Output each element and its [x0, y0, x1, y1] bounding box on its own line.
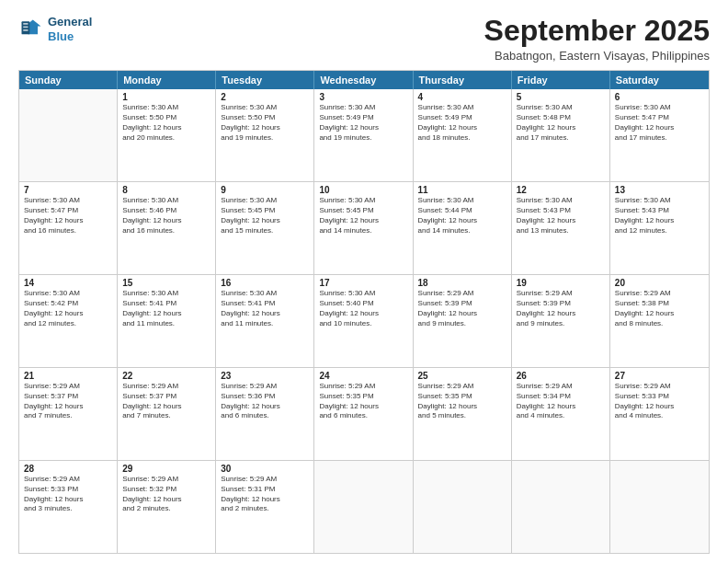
- calendar-cell: 21Sunrise: 5:29 AM Sunset: 5:37 PM Dayli…: [19, 368, 118, 460]
- cell-info: Sunrise: 5:30 AM Sunset: 5:49 PM Dayligh…: [418, 103, 506, 143]
- cell-info: Sunrise: 5:29 AM Sunset: 5:39 PM Dayligh…: [517, 289, 605, 328]
- day-number: 29: [122, 464, 210, 474]
- calendar-cell: 16Sunrise: 5:30 AM Sunset: 5:41 PM Dayli…: [216, 275, 314, 367]
- calendar-cell: 10Sunrise: 5:30 AM Sunset: 5:45 PM Dayli…: [314, 182, 413, 274]
- calendar-cell: [19, 89, 118, 181]
- day-number: 8: [122, 185, 210, 195]
- calendar-cell: 24Sunrise: 5:29 AM Sunset: 5:35 PM Dayli…: [314, 368, 413, 460]
- calendar-row-3: 21Sunrise: 5:29 AM Sunset: 5:37 PM Dayli…: [19, 367, 709, 460]
- calendar-row-2: 14Sunrise: 5:30 AM Sunset: 5:42 PM Dayli…: [19, 274, 709, 367]
- cell-info: Sunrise: 5:29 AM Sunset: 5:31 PM Dayligh…: [221, 475, 309, 514]
- cell-info: Sunrise: 5:29 AM Sunset: 5:36 PM Dayligh…: [221, 382, 309, 421]
- calendar-cell: 7Sunrise: 5:30 AM Sunset: 5:47 PM Daylig…: [19, 182, 118, 274]
- cell-info: Sunrise: 5:29 AM Sunset: 5:33 PM Dayligh…: [24, 475, 112, 514]
- cell-info: Sunrise: 5:29 AM Sunset: 5:37 PM Dayligh…: [24, 382, 112, 421]
- day-number: 1: [122, 92, 210, 102]
- cell-info: Sunrise: 5:30 AM Sunset: 5:41 PM Dayligh…: [221, 289, 309, 328]
- calendar-row-4: 28Sunrise: 5:29 AM Sunset: 5:33 PM Dayli…: [19, 460, 709, 553]
- day-number: 9: [221, 185, 309, 195]
- calendar-cell: 8Sunrise: 5:30 AM Sunset: 5:46 PM Daylig…: [118, 182, 216, 274]
- logo: General Blue: [18, 15, 92, 43]
- header-day-sunday: Sunday: [19, 71, 118, 89]
- cell-info: Sunrise: 5:29 AM Sunset: 5:33 PM Dayligh…: [615, 382, 704, 421]
- calendar-cell: 23Sunrise: 5:29 AM Sunset: 5:36 PM Dayli…: [216, 368, 314, 460]
- cell-info: Sunrise: 5:30 AM Sunset: 5:49 PM Dayligh…: [319, 103, 407, 143]
- calendar-cell: 17Sunrise: 5:30 AM Sunset: 5:40 PM Dayli…: [314, 275, 413, 367]
- calendar: SundayMondayTuesdayWednesdayThursdayFrid…: [18, 70, 710, 554]
- calendar-cell: 3Sunrise: 5:30 AM Sunset: 5:49 PM Daylig…: [314, 89, 413, 181]
- header-day-monday: Monday: [118, 71, 216, 89]
- day-number: 4: [418, 92, 506, 102]
- cell-info: Sunrise: 5:30 AM Sunset: 5:45 PM Dayligh…: [221, 196, 309, 236]
- cell-info: Sunrise: 5:30 AM Sunset: 5:43 PM Dayligh…: [615, 196, 704, 236]
- header: General Blue September 2025 Babatngon, E…: [18, 15, 710, 63]
- day-number: 23: [221, 371, 309, 381]
- page: General Blue September 2025 Babatngon, E…: [0, 0, 728, 563]
- calendar-cell: 14Sunrise: 5:30 AM Sunset: 5:42 PM Dayli…: [19, 275, 118, 367]
- calendar-cell: 29Sunrise: 5:29 AM Sunset: 5:32 PM Dayli…: [118, 461, 216, 553]
- day-number: 5: [517, 92, 605, 102]
- cell-info: Sunrise: 5:29 AM Sunset: 5:39 PM Dayligh…: [418, 289, 506, 328]
- calendar-cell: 9Sunrise: 5:30 AM Sunset: 5:45 PM Daylig…: [216, 182, 314, 274]
- day-number: 27: [615, 371, 704, 381]
- calendar-cell: 20Sunrise: 5:29 AM Sunset: 5:38 PM Dayli…: [610, 275, 709, 367]
- day-number: 14: [24, 278, 112, 288]
- svg-rect-4: [23, 26, 28, 28]
- calendar-cell: 6Sunrise: 5:30 AM Sunset: 5:47 PM Daylig…: [610, 89, 709, 181]
- logo-icon: [18, 17, 44, 42]
- logo-text: General Blue: [48, 15, 92, 43]
- calendar-cell: 18Sunrise: 5:29 AM Sunset: 5:39 PM Dayli…: [414, 275, 512, 367]
- calendar-cell: [610, 461, 709, 553]
- calendar-cell: [414, 461, 512, 553]
- day-number: 6: [615, 92, 704, 102]
- day-number: 10: [319, 185, 407, 195]
- cell-info: Sunrise: 5:30 AM Sunset: 5:47 PM Dayligh…: [24, 196, 112, 236]
- calendar-cell: [314, 461, 413, 553]
- month-title: September 2025: [484, 15, 710, 47]
- cell-info: Sunrise: 5:30 AM Sunset: 5:44 PM Dayligh…: [418, 196, 506, 236]
- calendar-row-0: 1Sunrise: 5:30 AM Sunset: 5:50 PM Daylig…: [19, 89, 709, 181]
- cell-info: Sunrise: 5:30 AM Sunset: 5:50 PM Dayligh…: [122, 103, 210, 143]
- day-number: 17: [319, 278, 407, 288]
- calendar-cell: 27Sunrise: 5:29 AM Sunset: 5:33 PM Dayli…: [610, 368, 709, 460]
- day-number: 15: [122, 278, 210, 288]
- cell-info: Sunrise: 5:30 AM Sunset: 5:43 PM Dayligh…: [517, 196, 605, 236]
- cell-info: Sunrise: 5:29 AM Sunset: 5:35 PM Dayligh…: [319, 382, 407, 421]
- subtitle: Babatngon, Eastern Visayas, Philippines: [484, 49, 710, 63]
- title-block: September 2025 Babatngon, Eastern Visaya…: [484, 15, 710, 63]
- calendar-cell: 2Sunrise: 5:30 AM Sunset: 5:50 PM Daylig…: [216, 89, 314, 181]
- header-day-tuesday: Tuesday: [216, 71, 314, 89]
- calendar-cell: 22Sunrise: 5:29 AM Sunset: 5:37 PM Dayli…: [118, 368, 216, 460]
- header-day-saturday: Saturday: [610, 71, 709, 89]
- cell-info: Sunrise: 5:29 AM Sunset: 5:34 PM Dayligh…: [517, 382, 605, 421]
- calendar-cell: [512, 461, 610, 553]
- day-number: 24: [319, 371, 407, 381]
- calendar-cell: 28Sunrise: 5:29 AM Sunset: 5:33 PM Dayli…: [19, 461, 118, 553]
- day-number: 19: [517, 278, 605, 288]
- cell-info: Sunrise: 5:30 AM Sunset: 5:50 PM Dayligh…: [221, 103, 309, 143]
- calendar-cell: 19Sunrise: 5:29 AM Sunset: 5:39 PM Dayli…: [512, 275, 610, 367]
- cell-info: Sunrise: 5:29 AM Sunset: 5:38 PM Dayligh…: [615, 289, 704, 328]
- calendar-cell: 26Sunrise: 5:29 AM Sunset: 5:34 PM Dayli…: [512, 368, 610, 460]
- day-number: 26: [517, 371, 605, 381]
- day-number: 22: [122, 371, 210, 381]
- day-number: 12: [517, 185, 605, 195]
- header-day-friday: Friday: [512, 71, 610, 89]
- day-number: 7: [24, 185, 112, 195]
- day-number: 30: [221, 464, 309, 474]
- day-number: 16: [221, 278, 309, 288]
- cell-info: Sunrise: 5:29 AM Sunset: 5:37 PM Dayligh…: [122, 382, 210, 421]
- calendar-cell: 25Sunrise: 5:29 AM Sunset: 5:35 PM Dayli…: [414, 368, 512, 460]
- day-number: 18: [418, 278, 506, 288]
- svg-rect-5: [23, 29, 28, 31]
- cell-info: Sunrise: 5:30 AM Sunset: 5:46 PM Dayligh…: [122, 196, 210, 236]
- calendar-cell: 4Sunrise: 5:30 AM Sunset: 5:49 PM Daylig…: [414, 89, 512, 181]
- cell-info: Sunrise: 5:29 AM Sunset: 5:35 PM Dayligh…: [418, 382, 506, 421]
- calendar-cell: 1Sunrise: 5:30 AM Sunset: 5:50 PM Daylig…: [118, 89, 216, 181]
- day-number: 3: [319, 92, 407, 102]
- cell-info: Sunrise: 5:29 AM Sunset: 5:32 PM Dayligh…: [122, 475, 210, 514]
- calendar-row-1: 7Sunrise: 5:30 AM Sunset: 5:47 PM Daylig…: [19, 181, 709, 274]
- calendar-cell: 11Sunrise: 5:30 AM Sunset: 5:44 PM Dayli…: [414, 182, 512, 274]
- calendar-header: SundayMondayTuesdayWednesdayThursdayFrid…: [19, 71, 709, 89]
- cell-info: Sunrise: 5:30 AM Sunset: 5:40 PM Dayligh…: [319, 289, 407, 328]
